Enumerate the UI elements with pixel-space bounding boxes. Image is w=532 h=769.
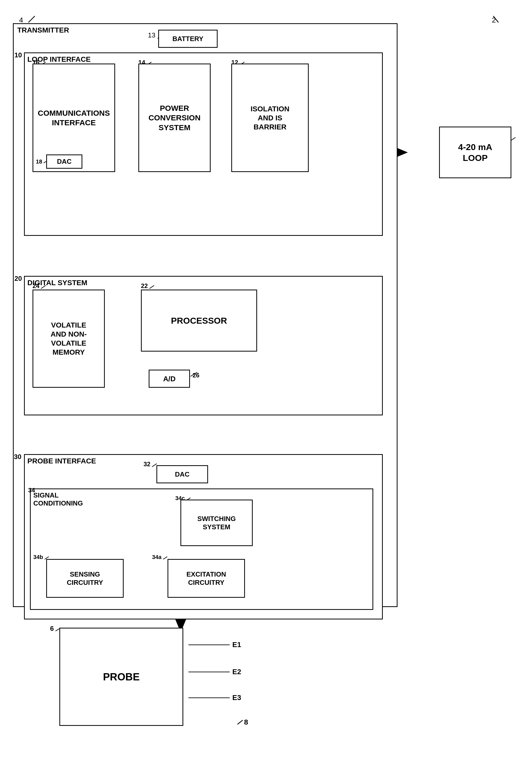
svg-line-17 (190, 372, 197, 376)
svg-line-27 (237, 720, 243, 724)
loop-4-20-label: 4-20 mALOOP (457, 140, 493, 164)
processor-box: PROCESSOR (141, 289, 257, 351)
loop-interface-section: LOOP INTERFACE 10 16 COMMUNICATIONSINTER… (24, 52, 383, 236)
tick-26 (190, 372, 198, 377)
ref-8-label: 8 (236, 718, 248, 726)
power-conversion-label: POWERCONVERSIONSYSTEM (147, 102, 202, 133)
probe-interface-label: PROBE INTERFACE (27, 457, 96, 465)
svg-line-16 (149, 285, 154, 288)
e3-line (188, 697, 230, 698)
ref-20: 20 (14, 274, 22, 282)
power-conversion-box: POWERCONVERSIONSYSTEM (138, 64, 211, 172)
svg-line-22 (511, 137, 515, 140)
signal-conditioning-label: SIGNALCONDITIONING (33, 491, 83, 507)
ad-label: A/D (162, 373, 177, 384)
switching-system-label: SWITCHINGSYSTEM (196, 514, 237, 532)
communications-interface-box: COMMUNICATIONSINTERFACE 18 DAC (33, 64, 115, 172)
tick-24 (41, 285, 47, 289)
ref-6-label: 6 (50, 625, 61, 633)
ref-24-label: 24 (33, 282, 47, 289)
e1-label: E1 (232, 641, 241, 649)
ad-box: A/D (149, 369, 190, 388)
processor-label: PROCESSOR (170, 314, 228, 327)
sensing-circuitry-label: SENSINGCIRCUITRY (66, 569, 104, 588)
battery-label: BATTERY (171, 34, 204, 44)
memory-label: VOLATILEAND NON-VOLATILEMEMORY (50, 319, 88, 358)
transmitter-label: TRANSMITTER (17, 26, 69, 34)
tick-8 (236, 720, 244, 725)
ref-22-label: 22 (141, 282, 155, 289)
excitation-circuitry-label: EXCITATIONCIRCUITRY (185, 569, 227, 588)
svg-line-21 (163, 557, 167, 559)
sensing-circuitry-box: SENSINGCIRCUITRY (46, 559, 124, 598)
dac-loop-box: DAC (46, 154, 82, 169)
digital-system-section: DIGITAL SYSTEM 20 24 VOLATILEAND NON-VOL… (24, 276, 383, 416)
transmitter-section: TRANSMITTER 13 BATTERY LOOP INTERFACE 10… (13, 23, 398, 607)
loop-4-20-box: 4-20 mALOOP (439, 127, 511, 178)
battery-box: BATTERY (158, 30, 218, 48)
tick-22 (149, 285, 155, 289)
svg-line-18 (152, 464, 157, 467)
e2-area: E2 (188, 668, 241, 676)
e3-area: E3 (188, 694, 241, 702)
e1-area: E1 (188, 641, 241, 649)
diagram-container: 4 2 TRANSMITTER 13 BATTERY LOOP INTERFAC… (0, 0, 532, 769)
dac-probe-box: DAC (156, 465, 208, 483)
probe-box: PROBE (59, 628, 183, 726)
communications-interface-label: COMMUNICATIONSINTERFACE (35, 106, 112, 130)
isolation-label: ISOLATIONAND ISBARRIER (250, 103, 290, 132)
ref-30: 30 (14, 453, 21, 461)
dac-probe-label: DAC (174, 469, 190, 480)
excitation-circuitry-box: EXCITATIONCIRCUITRY (168, 559, 245, 598)
e2-label: E2 (232, 668, 241, 676)
memory-box: VOLATILEAND NON-VOLATILEMEMORY (33, 289, 105, 388)
isolation-box: ISOLATIONAND ISBARRIER (231, 64, 309, 172)
probe-interface-section: PROBE INTERFACE 30 32 DAC 34 SIGNALCONDI… (24, 454, 383, 620)
tick-4 (21, 13, 36, 24)
signal-conditioning-section: 34 SIGNALCONDITIONING 34c SWITCHINGSYSTE… (30, 489, 373, 610)
e3-label: E3 (232, 694, 241, 702)
e2-line (188, 672, 230, 672)
probe-label: PROBE (102, 669, 141, 684)
dac-loop-label: DAC (56, 156, 73, 167)
e1-line (188, 645, 230, 645)
ref-32-label: 32 (144, 461, 158, 468)
tick-2 (491, 13, 506, 24)
switching-system-box: SWITCHINGSYSTEM (180, 500, 253, 546)
svg-line-8 (28, 16, 35, 22)
svg-line-15 (41, 285, 46, 288)
ref-10: 10 (14, 51, 22, 59)
svg-line-9 (493, 16, 498, 22)
ref-34a-label: 34a (152, 554, 168, 561)
